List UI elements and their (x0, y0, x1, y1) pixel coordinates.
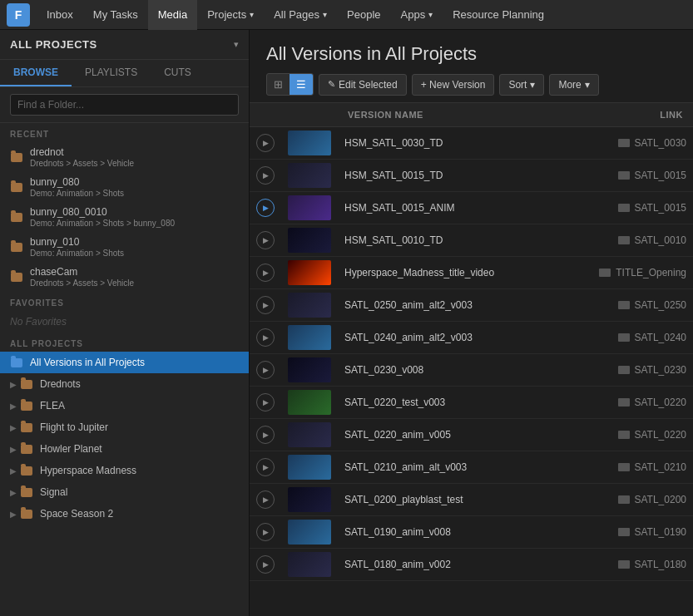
thumbnail (288, 455, 331, 480)
sidebar-item-bunny-080-0010[interactable]: bunny_080_0010 Demo: Animation > Shots >… (0, 202, 249, 232)
new-version-button[interactable]: + New Version (412, 74, 495, 96)
table-row[interactable]: ▶ HSM_SATL_0030_TD SATL_0030 (250, 127, 693, 160)
sidebar-item-bunny-080[interactable]: bunny_080 Demo: Animation > Shots (0, 172, 249, 202)
sidebar-item-chasecam[interactable]: chaseCam Drednots > Assets > Vehicle (0, 262, 249, 292)
sidebar-search (0, 87, 249, 123)
table-row[interactable]: ▶ SATL_0200_playblast_test SATL_0200 (250, 484, 693, 516)
item-name: Space Season 2 (40, 508, 113, 520)
page-title: All Versions in All Projects (266, 43, 676, 65)
tab-playlists[interactable]: PLAYLISTS (72, 60, 151, 86)
item-name: Howler Planet (40, 443, 102, 455)
version-name-cell: SATL_0230_v008 (338, 354, 557, 387)
version-name-cell: HSM_SATL_0030_TD (338, 127, 557, 160)
thumbnail (288, 552, 331, 577)
grid-view-btn[interactable]: ⊞ (267, 74, 290, 95)
link-icon (618, 204, 630, 212)
link-text: SATL_0030 (635, 137, 687, 149)
play-button[interactable]: ▶ (256, 361, 275, 379)
folder-icon (20, 442, 33, 456)
expand-icon: ▶ (10, 423, 17, 432)
nav-my-tasks[interactable]: My Tasks (83, 0, 148, 30)
folder-icon (20, 377, 33, 391)
sidebar-header[interactable]: ALL PROJECTS ▾ (0, 30, 249, 60)
link-text: SATL_0250 (635, 299, 687, 311)
table-row[interactable]: ▶ SATL_0220_test_v003 SATL_0220 (250, 387, 693, 419)
sort-button[interactable]: Sort ▾ (499, 74, 544, 96)
table-row[interactable]: ▶ HSM_SATL_0015_ANIM SATL_0015 (250, 192, 693, 224)
nav-inbox[interactable]: Inbox (37, 0, 83, 30)
table-row[interactable]: ▶ SATL_0250_anim_alt2_v003 SATL_0250 (250, 289, 693, 322)
version-name-cell: SATL_0180_anim_v002 (338, 549, 557, 581)
play-button[interactable]: ▶ (256, 264, 275, 282)
table-row[interactable]: ▶ SATL_0220_anim_v005 SATL_0220 (250, 419, 693, 451)
item-name: bunny_010 (30, 236, 124, 248)
nav-people[interactable]: People (337, 0, 390, 30)
nav-projects[interactable]: Projects ▾ (197, 0, 264, 30)
play-button[interactable]: ▶ (256, 199, 275, 217)
sidebar-item-flea[interactable]: ▶ FLEA (0, 395, 249, 416)
all-projects-label: ALL PROJECTS (0, 333, 249, 352)
tab-browse[interactable]: BROWSE (0, 60, 72, 86)
table-row[interactable]: ▶ SATL_0180_anim_v002 SATL_0180 (250, 549, 693, 581)
version-name-cell: HSM_SATL_0015_ANIM (338, 192, 557, 224)
expand-icon: ▶ (10, 445, 17, 454)
nav-all-pages[interactable]: All Pages ▾ (264, 0, 337, 30)
versions-table-container: VERSION NAME LINK ▶ HSM_SATL_0030_TD SAT… (250, 103, 693, 616)
link-icon (618, 431, 630, 439)
sidebar-item-all-versions[interactable]: All Versions in All Projects (0, 352, 249, 373)
play-button[interactable]: ▶ (256, 555, 275, 574)
sidebar-header-title: ALL PROJECTS (10, 38, 234, 51)
sidebar-item-signal[interactable]: ▶ Signal (0, 481, 249, 503)
nav-apps[interactable]: Apps ▾ (391, 0, 443, 30)
table-row[interactable]: ▶ SATL_0210_anim_alt_v003 SATL_0210 (250, 451, 693, 484)
link-cell: SATL_0010 (557, 224, 693, 257)
play-cell: ▶ (250, 224, 281, 257)
table-row[interactable]: ▶ SATL_0190_anim_v008 SATL_0190 (250, 516, 693, 549)
link-icon (618, 366, 630, 374)
tab-cuts[interactable]: CUTS (151, 60, 205, 86)
link-cell: SATL_0220 (557, 387, 693, 419)
play-button[interactable]: ▶ (256, 426, 275, 444)
table-row[interactable]: ▶ HSM_SATL_0010_TD SATL_0010 (250, 224, 693, 257)
play-button[interactable]: ▶ (256, 490, 275, 509)
sidebar-item-hyperspace-madness[interactable]: ▶ Hyperspace Madness (0, 460, 249, 481)
sidebar-item-flight-to-jupiter[interactable]: ▶ Flight to Jupiter (0, 416, 249, 438)
table-row[interactable]: ▶ Hyperspace_Madness_title_video TITLE_O… (250, 257, 693, 289)
col-play (250, 103, 281, 127)
folder-icon (20, 399, 33, 412)
link-cell: TITLE_Opening (557, 257, 693, 289)
sidebar-item-drednots[interactable]: ▶ Drednots (0, 373, 249, 395)
play-button[interactable]: ▶ (256, 393, 275, 411)
sidebar-item-drednot[interactable]: drednot Drednots > Assets > Vehicle (0, 142, 249, 172)
expand-icon: ▶ (10, 510, 17, 519)
search-input[interactable] (10, 94, 239, 116)
edit-selected-button[interactable]: ✎ Edit Selected (319, 74, 407, 96)
play-button[interactable]: ▶ (256, 458, 275, 476)
item-name: All Versions in All Projects (30, 357, 145, 368)
play-cell: ▶ (250, 549, 281, 581)
table-row[interactable]: ▶ HSM_SATL_0015_TD SATL_0015 (250, 160, 693, 192)
table-row[interactable]: ▶ SATL_0240_anim_alt2_v003 SATL_0240 (250, 322, 693, 354)
content-toolbar: ⊞ ☰ ✎ Edit Selected + New Version Sort ▾… (266, 73, 676, 96)
table-row[interactable]: ▶ SATL_0230_v008 SATL_0230 (250, 354, 693, 387)
play-button[interactable]: ▶ (256, 166, 275, 185)
play-button[interactable]: ▶ (256, 134, 275, 152)
list-view-btn[interactable]: ☰ (290, 74, 313, 95)
play-button[interactable]: ▶ (256, 231, 275, 249)
thumbnail (288, 390, 331, 415)
link-text: SATL_0190 (635, 526, 687, 538)
link-cell: SATL_0240 (557, 322, 693, 354)
play-cell: ▶ (250, 451, 281, 484)
play-button[interactable]: ▶ (256, 296, 275, 314)
sidebar-item-space-season-2[interactable]: ▶ Space Season 2 (0, 503, 249, 525)
sidebar-item-howler-planet[interactable]: ▶ Howler Planet (0, 438, 249, 460)
folder-icon (10, 150, 23, 164)
edit-icon: ✎ (328, 79, 335, 90)
nav-media[interactable]: Media (148, 0, 197, 30)
play-button[interactable]: ▶ (256, 523, 275, 541)
sidebar-item-bunny-010[interactable]: bunny_010 Demo: Animation > Shots (0, 232, 249, 262)
more-button[interactable]: More ▾ (549, 74, 598, 96)
play-button[interactable]: ▶ (256, 328, 275, 347)
nav-resource-planning[interactable]: Resource Planning (443, 0, 554, 30)
apps-arrow-icon: ▾ (428, 10, 433, 19)
